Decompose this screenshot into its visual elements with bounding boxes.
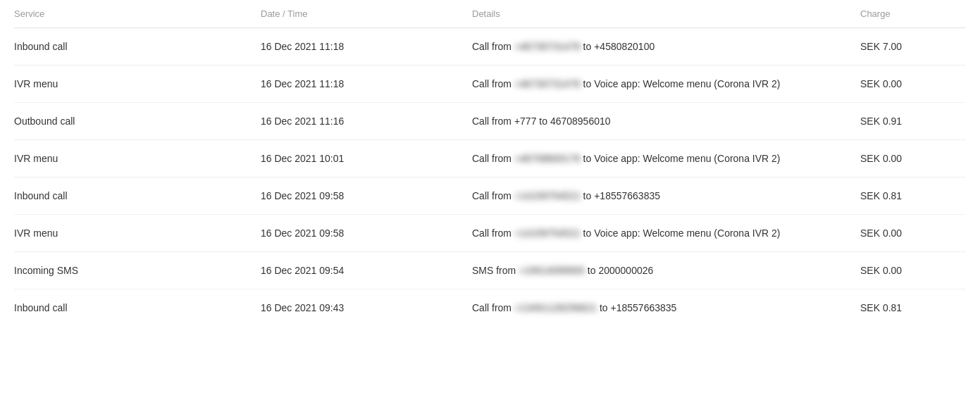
details-prefix: Call from [472, 227, 514, 239]
details-blurred-number: +46730731476 [514, 41, 581, 52]
table-body: Inbound call16 Dec 2021 11:18Call from +… [14, 28, 966, 326]
details-suffix: to Voice app: Welcome menu (Corona IVR 2… [581, 227, 781, 239]
cell-charge: SEK 0.81 [860, 190, 966, 201]
details-prefix: Call from [472, 153, 514, 164]
cell-service: Incoming SMS [14, 265, 261, 276]
details-blurred-number: +14159754521 [514, 227, 581, 239]
details-prefix: SMS from [472, 265, 519, 276]
header-details: Details [472, 8, 860, 19]
cell-datetime: 16 Dec 2021 09:43 [261, 302, 472, 313]
details-suffix: to Voice app: Welcome menu (Corona IVR 2… [581, 153, 781, 164]
cell-charge: SEK 0.91 [860, 116, 966, 127]
table-row: IVR menu16 Dec 2021 11:18Call from +4673… [14, 65, 966, 103]
table-row: Incoming SMS16 Dec 2021 09:54SMS from +1… [14, 252, 966, 289]
table-row: Inbound call16 Dec 2021 11:18Call from +… [14, 28, 966, 65]
cell-charge: SEK 0.00 [860, 153, 966, 164]
details-prefix: Call from [472, 78, 514, 89]
header-service: Service [14, 8, 261, 19]
table-row: Outbound call16 Dec 2021 11:16Call from … [14, 103, 966, 140]
table-row: IVR menu16 Dec 2021 10:01Call from +4670… [14, 140, 966, 177]
cell-details: Call from +46730731476 to Voice app: Wel… [472, 78, 860, 89]
details-blurred-number: +13491128256621 [514, 302, 597, 313]
cell-details: SMS from +19914099900 to 2000000026 [472, 265, 860, 276]
cell-charge: SEK 0.00 [860, 78, 966, 89]
cell-service: IVR menu [14, 153, 261, 164]
cell-charge: SEK 7.00 [860, 41, 966, 52]
cell-charge: SEK 0.81 [860, 302, 966, 313]
details-blurred-number: +46730731476 [514, 78, 581, 89]
table-row: IVR menu16 Dec 2021 09:58Call from +1415… [14, 215, 966, 252]
cell-datetime: 16 Dec 2021 11:18 [261, 78, 472, 89]
cell-service: Inbound call [14, 41, 261, 52]
details-prefix: Call from [472, 302, 514, 313]
cell-datetime: 16 Dec 2021 09:58 [261, 227, 472, 239]
cell-service: Outbound call [14, 116, 261, 127]
cell-charge: SEK 0.00 [860, 227, 966, 239]
details-suffix: to 2000000026 [585, 265, 653, 276]
details-blurred-number: +46708600176 [514, 153, 581, 164]
cell-details: Call from +777 to 46708956010 [472, 116, 860, 127]
billing-table: Service Date / Time Details Charge Inbou… [0, 0, 980, 412]
details-suffix: to +4580820100 [581, 41, 655, 52]
details-blurred-number: +14159754521 [514, 190, 581, 201]
table-header-row: Service Date / Time Details Charge [14, 0, 966, 28]
table-row: Inbound call16 Dec 2021 09:58Call from +… [14, 177, 966, 215]
cell-details: Call from +46730731476 to +4580820100 [472, 41, 860, 52]
details-suffix: to Voice app: Welcome menu (Corona IVR 2… [581, 78, 781, 89]
cell-service: Inbound call [14, 190, 261, 201]
details-prefix: Call from [472, 190, 514, 201]
cell-details: Call from +46708600176 to Voice app: Wel… [472, 153, 860, 164]
details-blurred-number: +19914099900 [519, 265, 585, 276]
cell-service: IVR menu [14, 78, 261, 89]
cell-details: Call from +14159754521 to +18557663835 [472, 190, 860, 201]
cell-datetime: 16 Dec 2021 10:01 [261, 153, 472, 164]
cell-details: Call from +13491128256621 to +1855766383… [472, 302, 860, 313]
cell-datetime: 16 Dec 2021 09:58 [261, 190, 472, 201]
cell-service: Inbound call [14, 302, 261, 313]
details-prefix: Call from [472, 41, 514, 52]
cell-details: Call from +14159754521 to Voice app: Wel… [472, 227, 860, 239]
table-row: Inbound call16 Dec 2021 09:43Call from +… [14, 289, 966, 326]
cell-charge: SEK 0.00 [860, 265, 966, 276]
cell-datetime: 16 Dec 2021 11:16 [261, 116, 472, 127]
details-suffix: to +18557663835 [581, 190, 660, 201]
details-suffix: to +18557663835 [597, 302, 676, 313]
header-datetime: Date / Time [261, 8, 472, 19]
cell-datetime: 16 Dec 2021 09:54 [261, 265, 472, 276]
cell-datetime: 16 Dec 2021 11:18 [261, 41, 472, 52]
cell-service: IVR menu [14, 227, 261, 239]
header-charge: Charge [860, 8, 966, 19]
